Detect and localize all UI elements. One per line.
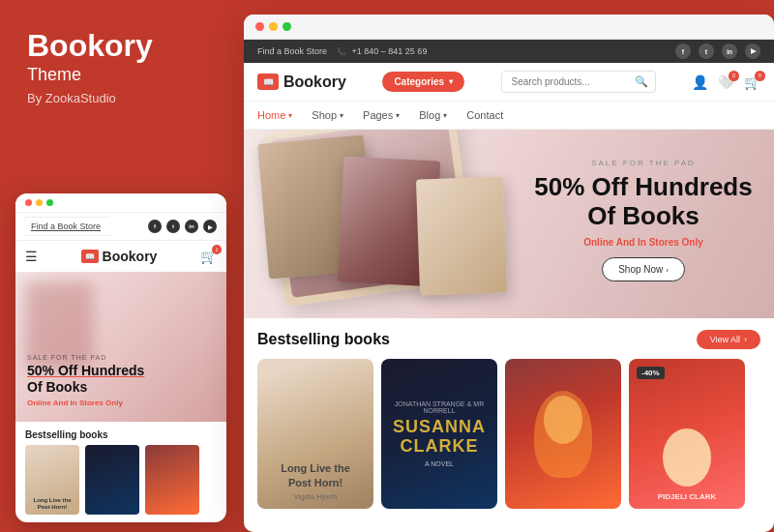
instagram-icon[interactable]: in	[722, 44, 737, 59]
book-3-figure	[534, 391, 592, 478]
mobile-cart-badge: 1	[212, 245, 222, 254]
categories-button[interactable]: Categories ▾	[382, 72, 464, 92]
left-panel: Bookory Theme By ZookaStudio Find a Book…	[0, 0, 240, 532]
mobile-hero-heading: 50% Off HundredsOf Books	[27, 363, 219, 396]
mobile-social-icons: f t in ▶	[148, 220, 217, 233]
wishlist-badge: 0	[729, 71, 739, 81]
phone-icon: 📞	[337, 47, 346, 56]
browser-chrome-bar	[244, 15, 774, 40]
shop-now-label: Shop Now	[618, 264, 663, 275]
browser-dot-yellow	[269, 22, 278, 31]
mobile-twitter-icon: t	[166, 220, 180, 233]
mobile-book-card-2	[85, 445, 139, 515]
nav-home[interactable]: Home ▾	[257, 109, 292, 121]
search-input[interactable]	[512, 76, 635, 87]
nav-shop[interactable]: Shop ▾	[312, 109, 343, 121]
logo-book-icon: 📖	[257, 74, 279, 90]
find-store-link[interactable]: Find a Book Store	[257, 46, 327, 56]
categories-label: Categories	[394, 76, 444, 87]
hero-heading: 50% Off HundredsOf Books	[532, 173, 755, 231]
mobile-logo-text: Bookory	[103, 249, 158, 264]
hero-section: SALE FOR THE PAD 50% Off HundredsOf Book…	[244, 130, 774, 318]
site-nav: Home ▾ Shop ▾ Pages ▾ Blog ▾ Contact	[244, 102, 774, 130]
site-logo: 📖 Bookory	[257, 74, 346, 91]
mobile-hero-section: SALE FOR THE PAD 50% Off HundredsOf Book…	[15, 272, 226, 422]
mobile-hamburger-icon[interactable]: ☰	[25, 249, 38, 264]
book-card-2[interactable]: JONATHAN STRANGE & MR NORRELL SUSANNA CL…	[381, 359, 497, 509]
mobile-dot-red	[25, 199, 32, 206]
hero-text-area: SALE FOR THE PAD 50% Off HundredsOf Book…	[532, 159, 755, 281]
book-4-title: PIDJELI CLARK	[658, 492, 716, 501]
view-all-label: View All	[710, 335, 740, 344]
hero-book-prop-3	[416, 176, 507, 295]
browser-mockup: Find a Book Store 📞 +1 840 – 841 25 69 f…	[244, 15, 774, 532]
view-all-button[interactable]: View All ›	[697, 330, 760, 349]
browser-dot-red	[255, 22, 264, 31]
logo-text: Bookory	[283, 74, 346, 91]
mobile-facebook-icon: f	[148, 220, 162, 233]
mobile-find-store-link[interactable]: Find a Book Store	[23, 217, 110, 236]
mobile-hero-sale-label: SALE FOR THE PAD	[27, 354, 219, 361]
mobile-hero-sub: Online And In Stores Only	[27, 399, 219, 407]
nav-home-chevron: ▾	[288, 111, 292, 120]
mobile-dot-green	[46, 199, 53, 206]
shop-now-arrow-icon: ›	[666, 266, 669, 275]
section-header: Bestselling books View All ›	[257, 330, 760, 349]
book-4-discount-badge: -40%	[637, 367, 665, 379]
header-actions: 👤 🤍 0 🛒 0	[692, 74, 760, 90]
mobile-window-dots	[25, 199, 53, 206]
wishlist-icon[interactable]: 🤍 0	[718, 74, 734, 90]
book-1-author: Vigdis Hjorth	[293, 492, 337, 501]
view-all-arrow-icon: ›	[744, 335, 747, 344]
mobile-header: ☰ 📖 Bookory 🛒 1	[15, 241, 226, 272]
nav-contact[interactable]: Contact	[466, 109, 503, 121]
shop-now-button[interactable]: Shop Now ›	[602, 257, 685, 281]
hero-subtext: Online And In Stores Only	[532, 237, 755, 248]
book-2-title: SUSANNA CLARKE	[391, 418, 488, 457]
search-bar[interactable]: 🔍	[501, 71, 656, 93]
search-icon[interactable]: 🔍	[635, 75, 648, 88]
book-2-author: A NOVEL	[425, 460, 454, 467]
mobile-chrome-bar	[15, 193, 226, 212]
mobile-section-title: Bestselling books	[15, 422, 226, 445]
mobile-book-title: Long Live thePost Horn!	[34, 497, 72, 511]
categories-chevron-icon: ▾	[449, 77, 453, 86]
nav-pages[interactable]: Pages ▾	[363, 109, 400, 121]
mobile-hero-text: SALE FOR THE PAD 50% Off HundredsOf Book…	[27, 354, 219, 407]
books-grid: Long Live thePost Horn! Vigdis Hjorth JO…	[257, 359, 760, 509]
book-1-title: Long Live thePost Horn!	[281, 461, 350, 489]
mobile-logo: 📖 Bookory	[81, 249, 158, 264]
brand-byline: By ZookaStudio	[27, 91, 213, 105]
browser-dot-green	[283, 22, 291, 31]
brand-subtitle: Theme	[27, 65, 213, 85]
mobile-youtube-icon: ▶	[203, 220, 217, 233]
site-topbar: Find a Book Store 📞 +1 840 – 841 25 69 f…	[244, 40, 774, 63]
twitter-icon[interactable]: t	[699, 44, 714, 59]
book-2-subtitle: JONATHAN STRANGE & MR NORRELL	[391, 400, 488, 414]
youtube-icon[interactable]: ▶	[745, 44, 760, 59]
nav-shop-chevron: ▾	[340, 111, 343, 120]
brand-title: Bookory	[27, 29, 213, 63]
book-card-3[interactable]	[505, 359, 621, 509]
site-topbar-left: Find a Book Store 📞 +1 840 – 841 25 69	[257, 46, 427, 56]
nav-blog-chevron: ▾	[443, 111, 447, 120]
site-topbar-right: f t in ▶	[675, 44, 760, 59]
mobile-instagram-icon: in	[185, 220, 198, 233]
site-header: 📖 Bookory Categories ▾ 🔍 👤 🤍 0 🛒 0	[244, 63, 774, 102]
book-card-1[interactable]: Long Live thePost Horn! Vigdis Hjorth	[257, 359, 373, 509]
cart-badge: 0	[755, 71, 765, 81]
nav-blog[interactable]: Blog ▾	[419, 109, 447, 121]
bestselling-section: Bestselling books View All › Long Live t…	[244, 318, 774, 518]
browser-window-dots	[255, 22, 291, 31]
mobile-top-nav: Find a Book Store f t in ▶	[15, 212, 226, 241]
mobile-book-card-1: Long Live thePost Horn!	[25, 445, 79, 515]
facebook-icon[interactable]: f	[675, 44, 691, 59]
cart-icon[interactable]: 🛒 0	[744, 74, 760, 90]
book-card-4[interactable]: -40% PIDJELI CLARK	[629, 359, 745, 509]
mobile-logo-icon: 📖	[81, 250, 99, 263]
section-title: Bestselling books	[257, 331, 390, 348]
user-icon[interactable]: 👤	[692, 74, 708, 90]
mobile-cart-icon[interactable]: 🛒 1	[200, 249, 217, 264]
mobile-mockup: Find a Book Store f t in ▶ ☰ 📖 Bookory 🛒…	[15, 193, 226, 522]
hero-sale-label: SALE FOR THE PAD	[532, 159, 755, 167]
